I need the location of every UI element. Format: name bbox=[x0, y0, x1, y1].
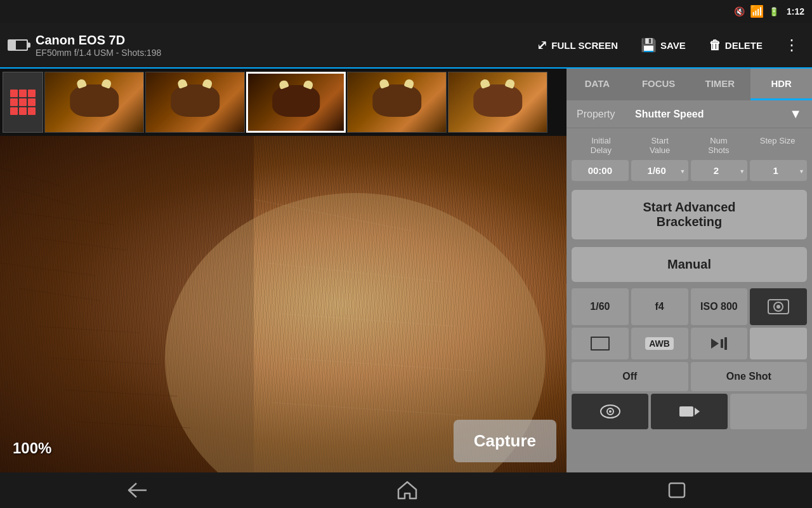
fullscreen-icon: ⤢ bbox=[537, 37, 547, 53]
camera-details: EF50mm f/1.4 USM - Shots:198 bbox=[36, 48, 530, 58]
camera-view: 100% Capture bbox=[0, 136, 566, 472]
start-value-value: 1/60 bbox=[634, 165, 680, 176]
initial-delay-label: InitialDelay bbox=[572, 133, 631, 157]
wifi-icon: 📶 bbox=[750, 4, 764, 18]
recents-button[interactable] bbox=[665, 481, 688, 500]
filmstrip bbox=[0, 69, 566, 136]
filmstrip-thumb-3[interactable] bbox=[246, 72, 346, 133]
video-button[interactable] bbox=[651, 394, 728, 429]
one-shot-label: One Shot bbox=[726, 371, 771, 382]
status-bar: 🔇 📶 🔋 1:12 bbox=[0, 0, 812, 23]
camera-controls-row1: 1/60 f4 ISO 800 bbox=[566, 286, 812, 328]
bottom-controls-row bbox=[566, 394, 812, 434]
back-icon bbox=[124, 481, 149, 500]
manual-label: Manual bbox=[667, 257, 711, 271]
step-size-arrow: ▼ bbox=[799, 168, 804, 175]
start-value-label: StartValue bbox=[631, 133, 690, 157]
filmstrip-thumb-1[interactable] bbox=[44, 72, 144, 133]
svg-point-19 bbox=[776, 305, 780, 309]
home-button[interactable] bbox=[396, 481, 419, 500]
white-balance-button[interactable]: AWB bbox=[631, 328, 688, 359]
delete-button[interactable]: 🗑 DELETE bbox=[702, 34, 769, 57]
left-panel: 100% Capture bbox=[0, 69, 566, 472]
settings-panel: Property Shutter Speed ▼ InitialDelay St… bbox=[566, 100, 812, 472]
step-size-value: 1 bbox=[752, 165, 799, 176]
delete-label: DELETE bbox=[725, 40, 763, 51]
manual-button[interactable]: Manual bbox=[572, 247, 807, 282]
tab-timer[interactable]: TIMER bbox=[690, 69, 751, 100]
num-shots-arrow: ▼ bbox=[739, 168, 745, 175]
aperture-button[interactable]: f4 bbox=[631, 288, 688, 325]
drive-mode-icon bbox=[591, 337, 610, 351]
back-button[interactable] bbox=[124, 481, 149, 500]
grid-view-button[interactable] bbox=[3, 72, 43, 133]
tab-focus[interactable]: FOCUS bbox=[628, 69, 690, 100]
step-size-field[interactable]: 1 ▼ bbox=[750, 160, 807, 181]
metering-button[interactable] bbox=[750, 288, 807, 325]
num-shots-value: 2 bbox=[693, 165, 740, 176]
nav-bar bbox=[0, 472, 812, 508]
fullscreen-button[interactable]: ⤢ FULL SCREEN bbox=[530, 34, 624, 57]
audio-button[interactable] bbox=[691, 328, 748, 359]
zoom-indicator: 100% bbox=[13, 439, 51, 457]
empty-ctrl-1 bbox=[750, 328, 807, 359]
off-button[interactable]: Off bbox=[572, 362, 688, 391]
iso-button[interactable]: ISO 800 bbox=[691, 288, 748, 325]
property-value: Shutter Speed bbox=[635, 109, 789, 120]
tab-hdr[interactable]: HDR bbox=[750, 69, 812, 100]
property-arrow-icon: ▼ bbox=[789, 107, 802, 121]
filmstrip-thumb-4[interactable] bbox=[347, 72, 447, 133]
camera-info: Canon EOS 7D EF50mm f/1.4 USM - Shots:19… bbox=[36, 33, 530, 58]
drive-mode-button[interactable] bbox=[572, 328, 629, 359]
eye-icon bbox=[599, 403, 622, 420]
camera-controls-row2: AWB bbox=[566, 328, 812, 362]
top-bar: Canon EOS 7D EF50mm f/1.4 USM - Shots:19… bbox=[0, 23, 812, 69]
step-size-label: Step Size bbox=[748, 133, 807, 157]
svg-rect-23 bbox=[679, 406, 693, 417]
save-label: SAVE bbox=[660, 40, 686, 51]
wb-value: AWB bbox=[645, 337, 674, 350]
initial-delay-field[interactable]: 00:00 bbox=[572, 160, 629, 181]
audio-icon bbox=[711, 337, 727, 350]
main-content: 100% Capture DATA FOCUS TIMER HDR Proper bbox=[0, 69, 812, 472]
live-view-button[interactable] bbox=[572, 394, 648, 429]
aperture-value: f4 bbox=[655, 301, 664, 312]
svg-marker-26 bbox=[398, 482, 416, 498]
delete-icon: 🗑 bbox=[709, 38, 721, 53]
home-icon bbox=[396, 481, 419, 500]
start-advanced-bracketing-button[interactable]: Start AdvancedBracketing bbox=[572, 190, 807, 239]
one-shot-button[interactable]: One Shot bbox=[691, 362, 808, 391]
shutter-speed-button[interactable]: 1/60 bbox=[572, 288, 629, 325]
hdr-field-values: 00:00 1/60 ▼ 2 ▼ 1 ▼ bbox=[566, 160, 812, 186]
capture-button[interactable]: Capture bbox=[454, 420, 556, 462]
top-actions: ⤢ FULL SCREEN 💾 SAVE 🗑 DELETE ⋮ bbox=[530, 34, 804, 57]
tab-data[interactable]: DATA bbox=[566, 69, 628, 100]
mute-icon: 🔇 bbox=[734, 6, 745, 17]
save-button[interactable]: 💾 SAVE bbox=[634, 34, 692, 57]
camera-name: Canon EOS 7D bbox=[36, 33, 530, 48]
svg-point-22 bbox=[609, 410, 612, 413]
empty-ctrl-2 bbox=[730, 394, 807, 429]
video-icon bbox=[678, 403, 701, 420]
iso-value: ISO 800 bbox=[700, 301, 738, 312]
num-shots-label: NumShots bbox=[690, 133, 749, 157]
property-row: Property Shutter Speed ▼ bbox=[566, 100, 812, 128]
start-advanced-bracketing-label: Start AdvancedBracketing bbox=[643, 200, 736, 229]
off-label: Off bbox=[622, 371, 637, 382]
start-value-field[interactable]: 1/60 ▼ bbox=[631, 160, 688, 181]
right-panel: DATA FOCUS TIMER HDR Property Shutter Sp… bbox=[566, 69, 812, 472]
svg-marker-24 bbox=[695, 408, 700, 415]
recents-icon bbox=[665, 481, 688, 500]
more-options-button[interactable]: ⋮ bbox=[779, 34, 804, 57]
start-value-arrow: ▼ bbox=[680, 168, 686, 175]
battery-level-icon bbox=[8, 39, 28, 51]
save-icon: 💾 bbox=[641, 37, 657, 53]
filmstrip-thumb-2[interactable] bbox=[145, 72, 245, 133]
svg-rect-27 bbox=[669, 483, 684, 497]
initial-delay-value: 00:00 bbox=[574, 165, 626, 176]
battery-icon: 🔋 bbox=[769, 7, 779, 17]
filmstrip-thumb-5[interactable] bbox=[448, 72, 547, 133]
num-shots-field[interactable]: 2 ▼ bbox=[691, 160, 748, 181]
off-oneshot-row: Off One Shot bbox=[566, 362, 812, 394]
tab-bar: DATA FOCUS TIMER HDR bbox=[566, 69, 812, 100]
